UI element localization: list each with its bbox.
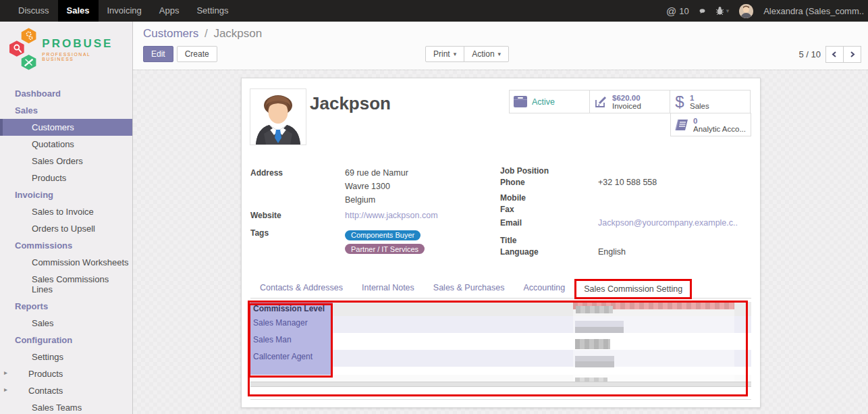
caret-down-icon: ▾ xyxy=(454,51,457,57)
control-panel: Customers / Jackpson Edit Create Print ▾… xyxy=(133,22,868,70)
redacted-value-blur xyxy=(575,339,610,349)
sidebar-item-sales-commissions-lines[interactable]: Sales Commissions Lines xyxy=(0,271,132,298)
sidebar-section-commissions[interactable]: Commissions xyxy=(0,237,132,254)
tags-label: Tags xyxy=(250,228,345,256)
brand-name: PROBUSE xyxy=(42,37,124,51)
sidebar-item-quotations[interactable]: Quotations xyxy=(0,136,132,153)
pencil-edit-icon xyxy=(594,95,607,109)
user-avatar[interactable] xyxy=(739,4,753,18)
invoiced-stat-button[interactable]: $620.00 Invoiced xyxy=(589,90,670,113)
sidebar-item-sales-to-invoice[interactable]: Sales to Invoice xyxy=(0,203,132,220)
chevron-right-icon xyxy=(849,51,855,57)
tag-partner-it-services[interactable]: Partner / IT Services xyxy=(345,244,425,254)
fields-left-column: Address 69 rue de Namur Wavre 1300 Belgi… xyxy=(250,168,490,256)
sidebar-item-sales-teams[interactable]: Sales Teams xyxy=(0,399,132,414)
commission-level-header[interactable]: Commission Level xyxy=(250,302,333,316)
sidebar-item-products[interactable]: Products xyxy=(0,170,132,186)
phone-value[interactable]: +32 10 588 558 xyxy=(598,178,657,189)
caret-down-icon: ▾ xyxy=(726,7,730,14)
address-city[interactable]: Wavre 1300 xyxy=(345,182,390,195)
sidebar-section-invoicing[interactable]: Invoicing xyxy=(0,186,132,203)
breadcrumb-current: Jackpson xyxy=(213,27,262,40)
debug-menu-button[interactable]: ▾ xyxy=(715,6,730,16)
address-street[interactable]: 69 rue de Namur xyxy=(345,168,408,182)
website-link[interactable]: http://www.jackpson.com xyxy=(345,211,438,224)
commission-table: Commission Level Sales Manager Sales Man… xyxy=(250,302,751,387)
sidebar-item-label: Contacts xyxy=(28,386,63,396)
commission-level-cell[interactable]: Sales Manager xyxy=(250,316,333,333)
email-link[interactable]: Jackpson@yourcompany.example.c.. xyxy=(598,218,738,230)
menu-invoicing[interactable]: Invoicing xyxy=(99,0,151,22)
tab-internal-notes[interactable]: Internal Notes xyxy=(352,278,424,298)
tab-accounting[interactable]: Accounting xyxy=(514,278,574,298)
language-value[interactable]: English xyxy=(598,247,626,259)
customer-photo[interactable] xyxy=(250,88,306,145)
caret-right-icon: ▸ xyxy=(4,386,7,393)
address-country[interactable]: Belgium xyxy=(345,195,375,209)
top-navbar: Discuss Sales Invoicing Apps Settings @ … xyxy=(0,0,868,22)
print-dropdown[interactable]: Print ▾ xyxy=(425,46,464,62)
pager-previous-button[interactable] xyxy=(825,46,844,63)
sales-stat-button[interactable]: $ 1 Sales xyxy=(670,90,751,113)
action-label: Action xyxy=(472,49,494,59)
sidebar-item-settings[interactable]: Settings xyxy=(0,348,132,365)
address-label: Address xyxy=(250,168,345,182)
job-position-label: Job Position xyxy=(500,166,598,178)
sheet-bottom-divider xyxy=(250,399,751,400)
probuse-hexagons-icon xyxy=(9,27,39,72)
mentions-count: 10 xyxy=(679,6,688,16)
redacted-value-blur xyxy=(575,321,624,333)
redacted-value-blur xyxy=(575,356,614,367)
menu-sales[interactable]: Sales xyxy=(58,0,99,22)
book-icon xyxy=(675,119,688,131)
sidebar-item-dashboard[interactable]: Dashboard xyxy=(0,85,132,102)
dollar-icon: $ xyxy=(674,94,685,110)
redacted-value-blur xyxy=(576,306,613,313)
sidebar-item-label: Products xyxy=(28,369,63,379)
sidebar-item-config-products[interactable]: ▸Products xyxy=(0,365,132,382)
tab-sales-purchases[interactable]: Sales & Purchases xyxy=(424,278,514,298)
mentions-counter[interactable]: @ 10 xyxy=(666,5,689,17)
tab-contacts-addresses[interactable]: Contacts & Addresses xyxy=(250,278,352,298)
sidebar-item-reports-sales[interactable]: Sales xyxy=(0,315,132,332)
website-label: Website xyxy=(250,211,345,224)
active-stat-button[interactable]: Active xyxy=(509,90,590,113)
customer-name-title: Jackpson xyxy=(310,93,391,114)
sidebar-item-orders-to-upsell[interactable]: Orders to Upsell xyxy=(0,220,132,237)
action-dropdown[interactable]: Action ▾ xyxy=(464,46,509,62)
sidebar-section-sales[interactable]: Sales xyxy=(0,102,132,119)
chevron-left-icon xyxy=(832,51,838,57)
menu-apps[interactable]: Apps xyxy=(151,0,188,22)
messages-button[interactable] xyxy=(699,8,705,14)
pager-count: 5 / 10 xyxy=(798,49,821,59)
tag-components-buyer[interactable]: Components Buyer xyxy=(345,230,421,240)
title-label: Title xyxy=(500,236,598,247)
edit-button[interactable]: Edit xyxy=(143,46,173,62)
create-button[interactable]: Create xyxy=(177,46,217,62)
menu-settings[interactable]: Settings xyxy=(188,0,237,22)
invoiced-amount: $620.00 xyxy=(612,94,641,102)
menu-discuss[interactable]: Discuss xyxy=(9,0,58,22)
print-label: Print xyxy=(433,49,450,59)
sidebar-item-config-contacts[interactable]: ▸Contacts xyxy=(0,382,132,399)
caret-right-icon: ▸ xyxy=(4,369,7,376)
invoiced-label: Invoiced xyxy=(612,102,641,110)
sidebar-item-sales-orders[interactable]: Sales Orders xyxy=(0,153,132,170)
at-icon: @ xyxy=(666,5,676,17)
analytic-accounts-stat-button[interactable]: 0 Analytic Acco... xyxy=(670,113,751,136)
breadcrumb-customers[interactable]: Customers xyxy=(143,27,198,40)
email-label: Email xyxy=(500,218,598,230)
tab-sales-commission-setting[interactable]: Sales Commission Setting xyxy=(574,279,692,299)
user-menu[interactable]: Alexandra (Sales_comm.. xyxy=(763,6,864,16)
pager-next-button[interactable] xyxy=(843,46,861,63)
sidebar-item-commission-worksheets[interactable]: Commission Worksheets xyxy=(0,254,132,271)
commission-level-cell[interactable]: Sales Man xyxy=(250,333,333,350)
table-scrollbar-track[interactable] xyxy=(250,382,751,387)
sidebar-section-configuration[interactable]: Configuration xyxy=(0,332,132,348)
sidebar-item-customers[interactable]: Customers xyxy=(0,119,132,136)
breadcrumb-separator: / xyxy=(202,27,211,40)
sidebar-section-reports[interactable]: Reports xyxy=(0,298,132,315)
commission-level-cell[interactable]: Callcenter Agent xyxy=(250,350,333,367)
mobile-label: Mobile xyxy=(500,193,598,205)
analytic-count: 0 xyxy=(693,117,746,125)
